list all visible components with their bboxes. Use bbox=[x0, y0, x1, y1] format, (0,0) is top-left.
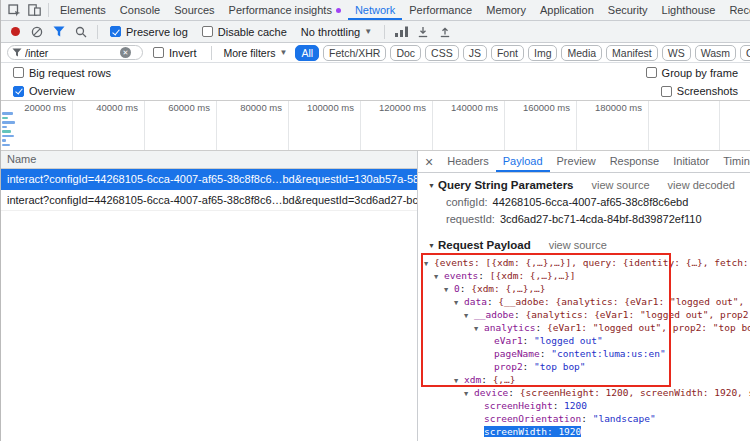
payload-tree-row[interactable]: ▼pageName: "content:luma:us:en" bbox=[418, 347, 750, 360]
timeline-time-label: 60000 ms bbox=[168, 102, 210, 113]
chevron-down-icon: ▼ bbox=[364, 27, 372, 36]
main-panel-tab[interactable]: Memory bbox=[479, 0, 533, 20]
payload-tree-row[interactable]: ▼screenWidth: 1920 bbox=[418, 425, 750, 438]
invert-checkbox[interactable]: Invert bbox=[153, 47, 197, 59]
request-type-filter-chip[interactable]: Fetch/XHR bbox=[323, 45, 386, 61]
view-source-link[interactable]: view source bbox=[549, 239, 607, 251]
disclosure-triangle-icon[interactable]: ▼ bbox=[464, 310, 474, 321]
screenshots-checkbox[interactable]: Screenshots bbox=[661, 85, 738, 97]
toolbar-divider bbox=[48, 3, 49, 17]
details-tab[interactable]: Payload bbox=[496, 151, 550, 172]
disclosure-triangle-icon[interactable]: ▼ bbox=[444, 284, 454, 295]
toolbar-divider bbox=[384, 25, 385, 39]
disclosure-triangle-icon[interactable]: ▼ bbox=[454, 297, 464, 308]
disclosure-triangle-icon[interactable]: ▼ bbox=[454, 375, 464, 386]
devtools-window: Elements Console Sources Performance ins… bbox=[0, 0, 750, 441]
main-panel-tab[interactable]: Elements bbox=[53, 0, 113, 20]
search-icon[interactable] bbox=[71, 21, 91, 42]
main-panel-tab[interactable]: Application bbox=[533, 0, 601, 20]
throttling-select[interactable]: No throttling ▼ bbox=[301, 26, 372, 38]
requests-panel: Name interact?configId=44268105-6cca-400… bbox=[1, 151, 418, 441]
toolbar-divider bbox=[211, 46, 212, 60]
main-panel-tab[interactable]: Recorder bbox=[722, 0, 750, 20]
payload-tree: ▼: {events: [{xdm: {,…},…}], query: {ide… bbox=[418, 256, 750, 438]
request-type-filter-chip[interactable]: Wasm bbox=[695, 45, 736, 61]
main-panel-tab[interactable]: Network bbox=[348, 0, 402, 20]
network-overview-timeline[interactable]: 20000 ms 40000 ms 60000 ms 80000 ms 1000… bbox=[1, 100, 750, 151]
payload-tree-row[interactable]: ▼__adobe: {analytics: {eVar1: "logged ou… bbox=[418, 308, 750, 321]
request-type-filter-chip[interactable]: Media bbox=[561, 45, 602, 61]
payload-tree-row[interactable]: ▼analytics: {eVar1: "logged out", prop2:… bbox=[418, 321, 750, 334]
payload-tree-row[interactable]: ▼device: {screenHeight: 1200, screenWidt… bbox=[418, 386, 750, 399]
clear-filter-icon[interactable]: ✕ bbox=[120, 47, 131, 58]
network-toolbar: Preserve log Disable cache No throttling… bbox=[1, 21, 750, 43]
payload-tree-row[interactable]: ▼screenOrientation: "landscape" bbox=[418, 412, 750, 425]
overview-checkbox[interactable]: Overview bbox=[13, 85, 75, 97]
main-panel-tab[interactable]: Lighthouse bbox=[655, 0, 723, 20]
payload-tree-row[interactable]: ▼xdm: {,…} bbox=[418, 373, 750, 386]
request-row[interactable]: interact?configId=44268105-6cca-4007-af6… bbox=[1, 169, 417, 190]
payload-object-preview: {screenHeight: 1200, screenWidth: 1920, … bbox=[520, 387, 750, 398]
request-type-filter-chip[interactable]: CSS bbox=[425, 45, 459, 61]
disclosure-triangle-icon[interactable]: ▼ bbox=[474, 323, 484, 334]
payload-key-separator: : bbox=[553, 400, 564, 411]
network-conditions-icon[interactable] bbox=[391, 21, 411, 42]
clear-network-log-icon[interactable] bbox=[27, 21, 47, 42]
main-panel-tab[interactable]: Performance insights bbox=[222, 0, 348, 20]
payload-tree-row[interactable]: ▼0: {xdm: {,…},…} bbox=[418, 282, 750, 295]
payload-key: data bbox=[464, 296, 487, 307]
payload-tree-row[interactable]: ▼data: {__adobe: {analytics: {eVar1: "lo… bbox=[418, 295, 750, 308]
request-row[interactable]: interact?configId=44268105-6cca-4007-af6… bbox=[1, 190, 417, 211]
filter-icon[interactable] bbox=[49, 21, 69, 42]
payload-tree-row[interactable]: ▼eVar1: "logged out" bbox=[418, 334, 750, 347]
payload-key: screenWidth bbox=[484, 426, 547, 437]
request-payload-section-header[interactable]: ▼ Request Payload view source bbox=[418, 236, 750, 254]
disclosure-triangle-icon[interactable]: ▼ bbox=[428, 182, 438, 189]
details-tab[interactable]: Response bbox=[603, 151, 667, 172]
main-panel-tab[interactable]: Performance bbox=[402, 0, 479, 20]
main-panel-tab[interactable]: Security bbox=[601, 0, 655, 20]
big-request-rows-checkbox[interactable]: Big request rows bbox=[13, 67, 111, 79]
request-type-filter-chip[interactable]: WS bbox=[662, 45, 691, 61]
details-tab[interactable]: Timing bbox=[716, 151, 750, 172]
inspect-element-icon[interactable] bbox=[4, 0, 24, 20]
filter-input-box[interactable]: ✕ bbox=[7, 45, 143, 60]
more-filters-dropdown[interactable]: More filters ▼ bbox=[224, 47, 288, 59]
request-type-filter-chip[interactable]: Font bbox=[491, 45, 524, 61]
disable-cache-checkbox[interactable]: Disable cache bbox=[202, 26, 287, 38]
request-type-filter-chip[interactable]: Other bbox=[740, 45, 750, 61]
main-panel-tab[interactable]: Sources bbox=[167, 0, 221, 20]
main-panel-tab-label: Memory bbox=[486, 4, 526, 16]
record-network-log-icon[interactable] bbox=[5, 21, 25, 42]
query-string-section-header[interactable]: ▼ Query String Parameters view source vi… bbox=[418, 176, 750, 194]
view-decoded-link[interactable]: view decoded bbox=[668, 179, 735, 191]
device-toolbar-icon[interactable] bbox=[24, 0, 44, 20]
view-source-link[interactable]: view source bbox=[592, 179, 650, 191]
disclosure-triangle-icon[interactable]: ▼ bbox=[464, 388, 474, 399]
payload-tree-row[interactable]: ▼prop2: "top bop" bbox=[418, 360, 750, 373]
request-type-filter-chip[interactable]: JS bbox=[463, 45, 487, 61]
details-tab[interactable]: Headers bbox=[440, 151, 496, 172]
request-type-filter-chip[interactable]: Img bbox=[528, 45, 558, 61]
request-type-filter-chip[interactable]: Doc bbox=[390, 45, 421, 61]
group-by-frame-checkbox[interactable]: Group by frame bbox=[646, 67, 738, 79]
name-column-header[interactable]: Name bbox=[1, 151, 417, 169]
disclosure-triangle-icon[interactable]: ▼ bbox=[428, 242, 438, 249]
close-icon[interactable]: × bbox=[418, 154, 440, 170]
payload-tree-row[interactable]: ▼events: [{xdm: {,…},…}] bbox=[418, 269, 750, 282]
export-har-icon[interactable] bbox=[435, 21, 455, 42]
import-har-icon[interactable] bbox=[413, 21, 433, 42]
disclosure-triangle-icon[interactable]: ▼ bbox=[434, 271, 444, 282]
payload-tree-row[interactable]: ▼screenHeight: 1200 bbox=[418, 399, 750, 412]
payload-key: pageName bbox=[494, 348, 540, 359]
disclosure-triangle-icon[interactable]: ▼ bbox=[424, 258, 434, 269]
payload-tree-row[interactable]: ▼: {events: [{xdm: {,…},…}], query: {ide… bbox=[418, 256, 750, 269]
preserve-log-checkbox[interactable]: Preserve log bbox=[110, 26, 188, 38]
payload-object-preview: {eVar1: "logged out", prop2: "top bop", … bbox=[547, 322, 750, 333]
request-type-filter-chip[interactable]: All bbox=[295, 45, 319, 61]
details-tab[interactable]: Preview bbox=[550, 151, 603, 172]
details-tab[interactable]: Initiator bbox=[666, 151, 716, 172]
filter-input[interactable] bbox=[25, 47, 117, 59]
request-type-filter-chip[interactable]: Manifest bbox=[606, 45, 658, 61]
main-panel-tab[interactable]: Console bbox=[113, 0, 167, 20]
